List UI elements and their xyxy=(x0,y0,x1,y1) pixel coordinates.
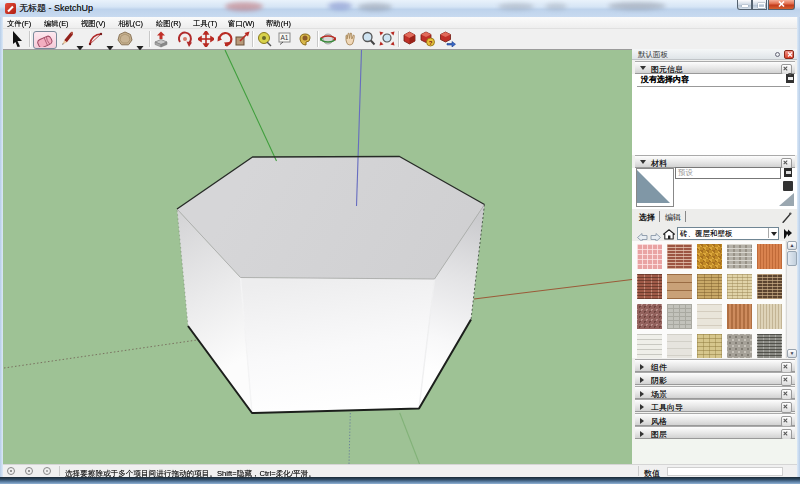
svg-text:?: ? xyxy=(429,40,433,46)
svg-text:A1: A1 xyxy=(281,34,289,41)
